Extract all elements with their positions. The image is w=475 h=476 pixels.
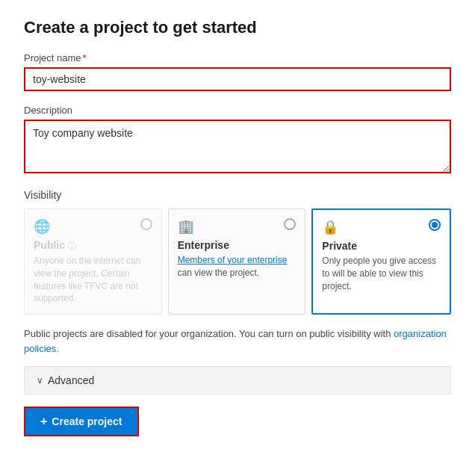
project-name-field: Project name* xyxy=(24,52,451,91)
description-label: Description xyxy=(24,105,451,116)
chevron-down-icon: ∨ xyxy=(37,375,43,386)
private-desc: Only people you give access to will be a… xyxy=(322,255,441,292)
visibility-section: Visibility 🌐 Public ⓘ Anyone on the inte… xyxy=(24,189,451,315)
private-icon: 🔒 xyxy=(322,219,338,235)
public-title: Public ⓘ xyxy=(34,239,152,252)
enterprise-link[interactable]: Members of your enterprise xyxy=(178,255,288,265)
enterprise-icon: 🏢 xyxy=(178,218,194,235)
visibility-option-enterprise[interactable]: 🏢 Enterprise Members of your enterprise … xyxy=(168,208,306,315)
enterprise-title: Enterprise xyxy=(178,239,297,251)
project-name-label: Project name* xyxy=(24,52,451,64)
page-title: Create a project to get started xyxy=(24,18,451,37)
visibility-option-private[interactable]: 🔒 Private Only people you give access to… xyxy=(311,208,451,315)
visibility-option-public[interactable]: 🌐 Public ⓘ Anyone on the internet can vi… xyxy=(24,208,162,315)
private-radio xyxy=(429,219,441,231)
enterprise-desc: Members of your enterprise can view the … xyxy=(178,254,297,279)
create-project-button[interactable]: + Create project xyxy=(24,407,139,436)
visibility-options: 🌐 Public ⓘ Anyone on the internet can vi… xyxy=(24,208,451,315)
advanced-label: Advanced xyxy=(48,374,94,386)
public-disabled-note: Public projects are disabled for your or… xyxy=(24,327,451,356)
description-field: Description Toy company website xyxy=(24,105,451,176)
plus-icon: + xyxy=(40,415,47,428)
public-radio xyxy=(140,218,152,230)
create-button-label: Create project xyxy=(52,415,122,427)
public-icon: 🌐 xyxy=(34,218,50,235)
enterprise-radio xyxy=(284,218,296,230)
advanced-bar[interactable]: ∨ Advanced xyxy=(24,366,451,395)
description-input[interactable]: Toy company website xyxy=(24,120,451,173)
private-title: Private xyxy=(322,240,441,252)
project-name-input[interactable] xyxy=(24,67,451,91)
visibility-label: Visibility xyxy=(24,189,451,201)
public-desc: Anyone on the internet can view the proj… xyxy=(34,255,152,305)
